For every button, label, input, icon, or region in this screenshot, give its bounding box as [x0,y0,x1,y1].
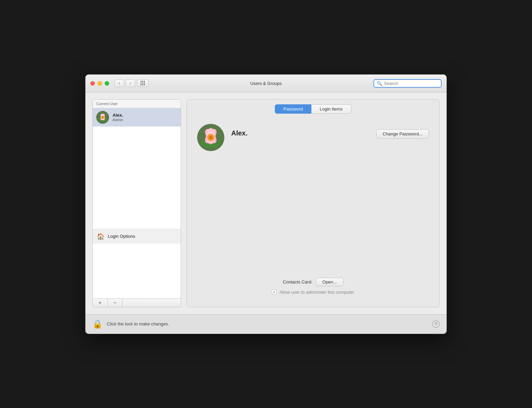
admin-label: Allow user to administer this computer [279,290,354,295]
forward-button[interactable]: › [125,79,135,87]
user-header: Alex. Change Password... [197,124,429,151]
maximize-button[interactable] [105,81,109,86]
window-title: Users & Groups [250,81,282,86]
avatar [96,111,109,124]
tab-login-items[interactable]: Login Items [311,104,351,114]
bottom-bar: 🔒 Click the lock to make changes. ? [86,314,446,334]
remove-user-button[interactable]: − [108,299,123,307]
svg-point-8 [102,116,104,118]
sidebar-toolbar: + − [92,299,181,307]
nav-buttons: ‹ › [115,79,135,87]
sidebar-spacer [93,127,181,229]
back-button[interactable]: ‹ [115,79,124,87]
sidebar: Current User [92,99,181,307]
contacts-row: Contacts Card: Open... [197,278,429,290]
lock-text: Click the lock to make changes. [107,321,169,326]
login-options-row[interactable]: 🏠 Login Options [93,229,181,244]
search-input[interactable] [384,81,438,86]
contacts-card-label: Contacts Card: [283,279,312,285]
main-avatar [197,124,224,151]
sidebar-section-header: Current User [93,100,181,108]
admin-checkbox[interactable]: ✓ [272,290,277,294]
main-panel: Password Login Items [187,99,440,307]
login-options-label: Login Options [108,234,135,239]
sidebar-list: Current User [92,99,181,299]
main-window: ‹ › Users & Groups 🔍 Current User [85,74,447,334]
search-box[interactable]: 🔍 [373,79,442,88]
close-button[interactable] [90,81,95,86]
add-user-button[interactable]: + [93,299,108,307]
open-contacts-button[interactable]: Open... [316,278,343,286]
tab-bar: Password Login Items [187,100,439,114]
svg-point-20 [209,136,212,139]
help-button[interactable]: ? [432,320,440,328]
traffic-lights [90,81,109,86]
titlebar: ‹ › Users & Groups 🔍 [86,75,446,92]
lock-icon[interactable]: 🔒 [92,319,103,329]
grid-button[interactable] [137,79,149,87]
grid-icon [141,81,145,86]
search-icon: 🔍 [377,81,382,86]
main-username: Alex. [231,129,248,137]
user-info: Alex. Admin [113,113,123,122]
minimize-button[interactable] [98,81,102,86]
sidebar-user-role: Admin [113,118,123,122]
change-password-button[interactable]: Change Password... [376,129,429,139]
admin-checkbox-row: ✓ Allow user to administer this computer [197,290,429,300]
content-area: Current User [86,92,446,314]
tab-password[interactable]: Password [275,104,311,114]
house-icon: 🏠 [97,233,104,240]
sidebar-user-row[interactable]: Alex. Admin [93,108,181,127]
main-body: Alex. Change Password... Contacts Card: … [187,114,439,307]
sidebar-user-name: Alex. [113,113,123,118]
